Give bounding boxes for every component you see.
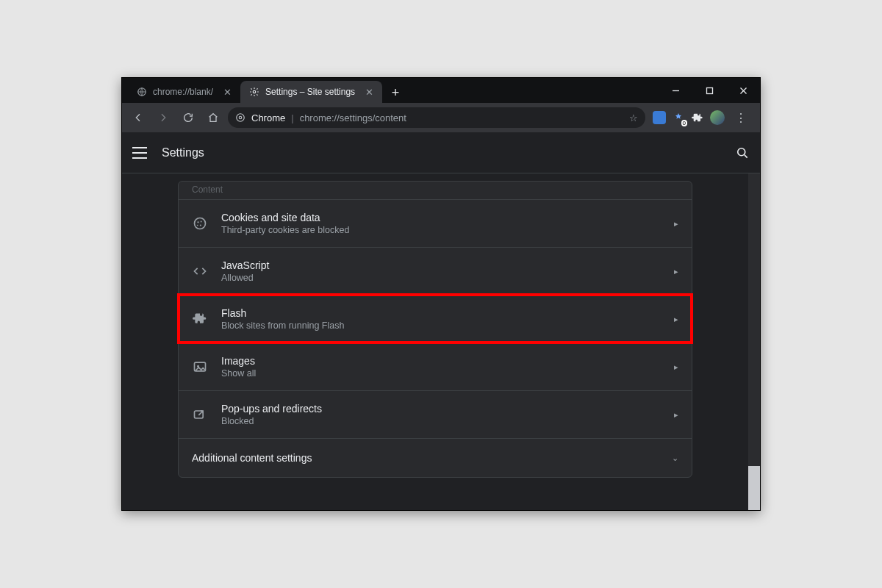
setting-title: Flash [221,307,661,319]
cookie-icon [192,215,208,232]
scheme-label: Chrome [251,112,285,123]
svg-rect-2 [706,87,712,93]
chevron-right-icon: ▸ [674,219,678,229]
globe-icon [137,87,147,97]
extensions-area: 0 ⋮ [650,110,754,125]
forward-button[interactable] [153,107,173,128]
svg-point-5 [738,148,745,155]
scroll-area[interactable]: Content Cookies and site data Third-part… [122,173,748,510]
reload-button[interactable] [178,107,198,128]
chevron-right-icon: ▸ [674,267,678,276]
extension-icon[interactable] [653,111,666,124]
section-label: Content [179,182,692,199]
separator: | [291,112,293,123]
address-url: chrome://settings/content [300,112,406,123]
extension-icon [192,311,208,327]
chevron-right-icon: ▸ [674,410,678,420]
setting-title: Pop-ups and redirects [221,403,661,415]
new-tab-button[interactable]: + [385,82,406,103]
address-bar[interactable]: Chrome | chrome://settings/content ☆ [228,107,645,128]
close-button[interactable] [726,78,760,103]
chevron-right-icon: ▸ [674,315,678,324]
tabstrip: chrome://blank/ ✕ Settings – Site settin… [122,78,659,103]
maximize-button[interactable] [692,78,726,103]
browser-window: chrome://blank/ ✕ Settings – Site settin… [121,77,761,511]
setting-subtitle: Block sites from running Flash [221,320,661,331]
svg-point-4 [239,116,242,119]
setting-subtitle: Third-party cookies are blocked [221,225,661,235]
content-area: Content Cookies and site data Third-part… [122,173,760,510]
svg-point-6 [195,218,206,229]
profile-avatar[interactable] [710,110,725,125]
popup-icon [192,406,208,423]
svg-point-10 [197,225,198,226]
tab-label: chrome://blank/ [153,87,213,97]
svg-point-7 [197,221,198,223]
hamburger-menu-icon[interactable] [132,147,147,159]
settings-panel: Content Cookies and site data Third-part… [178,181,692,478]
setting-title: JavaScript [221,259,661,271]
extension-icon[interactable]: 0 [672,111,685,124]
titlebar: chrome://blank/ ✕ Settings – Site settin… [122,78,760,103]
minimize-button[interactable] [659,78,692,103]
toolbar: Chrome | chrome://settings/content ☆ 0 ⋮ [122,103,760,132]
setting-title: Cookies and site data [221,212,661,223]
gear-icon [249,87,259,97]
setting-row-images[interactable]: Images Show all ▸ [179,343,692,390]
expander-title: Additional content settings [192,452,659,464]
close-icon[interactable]: ✕ [223,87,232,98]
scrollbar[interactable] [748,173,760,510]
back-button[interactable] [128,107,148,128]
svg-point-8 [201,221,202,223]
search-icon[interactable] [735,146,750,160]
setting-row-popups[interactable]: Pop-ups and redirects Blocked ▸ [179,390,692,438]
extensions-puzzle-icon[interactable] [691,111,704,124]
setting-subtitle: Blocked [221,416,661,426]
tab-blank[interactable]: chrome://blank/ ✕ [128,81,240,103]
svg-point-3 [237,114,245,122]
setting-row-javascript[interactable]: JavaScript Allowed ▸ [179,247,692,295]
chevron-right-icon: ▸ [674,362,678,372]
svg-point-1 [253,90,256,93]
expander-additional-content[interactable]: Additional content settings ⌄ [179,438,692,477]
bookmark-star-icon[interactable]: ☆ [629,112,638,123]
setting-subtitle: Allowed [221,273,661,283]
code-icon [192,263,208,279]
setting-row-flash[interactable]: Flash Block sites from running Flash ▸ [179,295,692,343]
svg-point-9 [200,225,201,226]
setting-subtitle: Show all [221,368,661,379]
setting-title: Images [221,355,661,367]
chevron-down-icon: ⌄ [672,453,678,463]
close-icon[interactable]: ✕ [365,87,373,98]
image-icon [192,359,208,375]
tab-settings[interactable]: Settings – Site settings ✕ [240,81,382,103]
kebab-menu-icon[interactable]: ⋮ [731,111,751,125]
setting-row-cookies[interactable]: Cookies and site data Third-party cookie… [179,199,692,247]
page-title: Settings [162,146,204,159]
scrollbar-thumb[interactable] [748,466,760,510]
tab-label: Settings – Site settings [265,87,355,97]
chrome-icon [235,112,245,123]
home-button[interactable] [203,107,223,128]
settings-appbar: Settings [122,132,760,173]
window-buttons [659,78,760,103]
